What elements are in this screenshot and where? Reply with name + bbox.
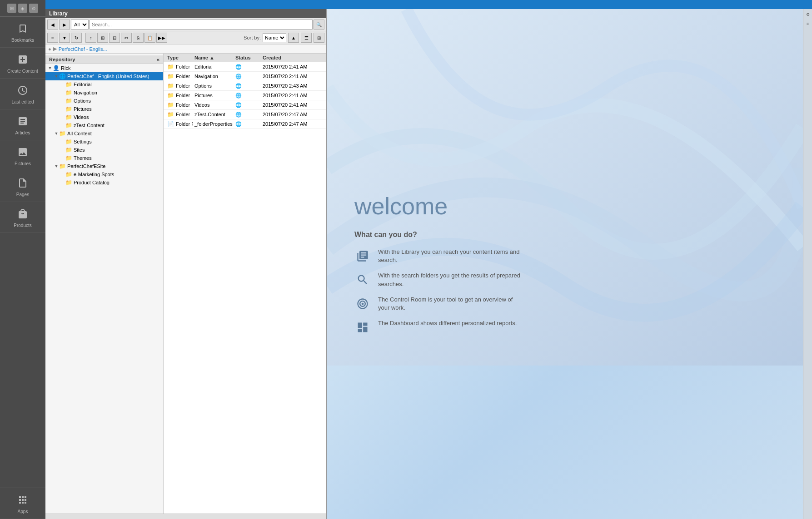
tree-item-perfectchef-esite[interactable]: ▼ 📁 PerfectChefESite	[45, 162, 163, 170]
filter-select[interactable]: All	[71, 20, 89, 30]
file-browser: Library ◀ ▶ All 🔍 ≡ ▼ ↻ ↑ ⊞ ⊟	[45, 9, 327, 519]
folder-icon-emarketing: 📁	[65, 171, 72, 178]
search-button[interactable]: 🔍	[314, 20, 324, 30]
expander-perfectchef: ▼	[54, 74, 59, 79]
sidebar-item-bookmarks-label: Bookmarks	[11, 38, 34, 43]
sidebar-item-articles[interactable]: Articles	[0, 109, 45, 140]
tree-item-product-catalog[interactable]: 📁 Product Catalog	[45, 178, 163, 187]
sidebar-item-bookmarks[interactable]: Bookmarks	[0, 17, 45, 48]
search-input[interactable]	[90, 20, 313, 30]
file-row-folderprops[interactable]: 📄Folder Pr _folderProperties 🌐 2015/07/2…	[164, 119, 326, 129]
file-row-options[interactable]: 📁Folder Options 🌐 2015/07/20 2:43 AM	[164, 81, 326, 91]
folder-type-icon-4: 📁	[167, 92, 174, 99]
back-button[interactable]: ◀	[47, 20, 58, 30]
tree-item-pictures-tree[interactable]: 📁 Pictures	[45, 105, 163, 113]
forward2-button[interactable]: ▶▶	[156, 33, 167, 43]
tree-item-ztest[interactable]: 📁 zTest-Content	[45, 121, 163, 129]
tree-label-navigation: Navigation	[74, 90, 97, 95]
sort-asc-button[interactable]: ▲	[288, 33, 299, 43]
tree-item-settings[interactable]: 📁 Settings	[45, 138, 163, 146]
welcome-items: With the Library you can reach your cont…	[354, 248, 523, 336]
tree-label-rick: Rick	[61, 65, 70, 71]
col-created: Created	[261, 55, 324, 60]
refresh-button[interactable]: ↻	[71, 33, 82, 43]
right-collapse-button[interactable]: ≡	[804, 20, 812, 27]
pages-icon	[15, 176, 30, 190]
logo-icon[interactable]: ◈	[18, 4, 27, 13]
right-sidebar: ⚙ ≡	[803, 9, 812, 519]
type-label-6: Folder	[176, 112, 190, 117]
type-label-7: Folder Pr	[176, 121, 193, 127]
menu-button[interactable]: ▼	[59, 33, 70, 43]
folder-icon-settings: 📁	[65, 138, 72, 145]
tree-item-sites[interactable]: 📁 Sites	[45, 146, 163, 154]
file-row-navigation[interactable]: 📁Folder Navigation 🌐 2015/07/20 2:41 AM	[164, 72, 326, 81]
tree-item-options[interactable]: 📁 Options	[45, 97, 163, 105]
sidebar-item-create-content[interactable]: Create Content	[0, 48, 45, 79]
tree-label-settings: Settings	[74, 139, 92, 144]
tree-header: Repository «	[45, 55, 163, 64]
status-icon-editorial: 🌐	[235, 64, 242, 70]
view-list-button[interactable]: ≡	[47, 33, 58, 43]
expander-all-content: ▼	[54, 131, 59, 136]
type-label-3: Folder	[176, 83, 190, 89]
welcome-text-search: With the search folders you get the resu…	[378, 272, 523, 288]
created-options: 2015/07/20 2:43 AM	[261, 83, 324, 89]
expander-rick: ▼	[47, 66, 53, 70]
folder-icon-ztest: 📁	[65, 122, 72, 129]
created-folderprops: 2015/07/20 2:47 AM	[261, 121, 324, 127]
tree-item-videos[interactable]: 📁 Videos	[45, 113, 163, 121]
tree-item-all-content[interactable]: ▼ 📁 All Content	[45, 129, 163, 138]
up-button[interactable]: ↑	[85, 33, 96, 43]
folder-type-icon-5: 📁	[167, 102, 174, 108]
tree-label-esite: PerfectChefESite	[67, 163, 105, 169]
bottom-scrollbar[interactable]	[45, 514, 326, 519]
file-row-pictures[interactable]: 📁Folder Pictures 🌐 2015/07/20 2:41 AM	[164, 91, 326, 100]
cut-button[interactable]: ✂	[121, 33, 132, 43]
collapse-button[interactable]: ⊟	[109, 33, 120, 43]
sidebar-item-pictures[interactable]: Pictures	[0, 140, 45, 171]
folder-icon-videos: 📁	[65, 114, 72, 120]
breadcrumb-arrow: ▶	[53, 46, 57, 52]
tree-item-perfectchef[interactable]: ▼ 🌐 PerfectChef - English (United States…	[45, 72, 163, 80]
file-row-editorial[interactable]: 📁Folder Editorial 🌐 2015/07/20 2:41 AM	[164, 62, 326, 72]
sidebar-item-articles-label: Articles	[15, 130, 30, 135]
sidebar-item-last-edited[interactable]: Last edited	[0, 79, 45, 109]
target-icon[interactable]: ⊙	[29, 4, 38, 13]
sidebar-item-pages[interactable]: Pages	[0, 171, 45, 202]
view-grid-button[interactable]: ⊞	[314, 33, 324, 43]
type-label-4: Folder	[176, 93, 190, 98]
tree-item-rick[interactable]: ▼ 👤 Rick	[45, 64, 163, 72]
status-icon-pictures: 🌐	[235, 93, 242, 99]
paste-button[interactable]: 📋	[144, 33, 155, 43]
folder-icon-options: 📁	[65, 98, 72, 104]
created-editorial: 2015/07/20 2:41 AM	[261, 64, 324, 70]
tree-item-themes[interactable]: 📁 Themes	[45, 154, 163, 162]
bookmark-icon	[15, 21, 30, 36]
tree-collapse-btn[interactable]: «	[157, 57, 159, 62]
expand-button[interactable]: ⊞	[97, 33, 108, 43]
welcome-item-dashboard: The Dashboard shows different personaliz…	[354, 319, 523, 336]
sort-label: Sort by:	[244, 35, 261, 40]
sort-select[interactable]: Name	[263, 33, 286, 42]
forward-button[interactable]: ▶	[59, 20, 70, 30]
tree-item-navigation[interactable]: 📁 Navigation	[45, 89, 163, 97]
sidebar-item-apps[interactable]: Apps	[0, 488, 45, 519]
tree-item-emarketing[interactable]: 📁 e-Marketing Spots	[45, 170, 163, 178]
file-row-ztest[interactable]: 📁Folder zTest-Content 🌐 2015/07/20 2:47 …	[164, 110, 326, 119]
breadcrumb[interactable]: PerfectChef - Englis...	[59, 46, 107, 52]
sort-bar: Sort by: Name ▲ ☰ ⊞	[244, 33, 324, 43]
sidebar-item-products[interactable]: Products	[0, 202, 45, 233]
file-row-videos[interactable]: 📁Folder Videos 🌐 2015/07/20 2:41 AM	[164, 100, 326, 110]
tree-item-editorial[interactable]: 📁 Editorial	[45, 80, 163, 89]
copy-button[interactable]: ⎘	[133, 33, 144, 43]
right-settings-button[interactable]: ⚙	[804, 11, 812, 18]
sidebar-item-products-label: Products	[14, 223, 31, 228]
grid-icon[interactable]: ⊞	[7, 4, 16, 13]
folder-icon-esite: 📁	[59, 163, 66, 169]
folder-type-icon-2: 📁	[167, 73, 174, 79]
created-ztest: 2015/07/20 2:47 AM	[261, 111, 324, 118]
view-detail-button[interactable]: ☰	[301, 33, 312, 43]
col-name[interactable]: Name ▲	[193, 55, 234, 60]
created-navigation: 2015/07/20 2:41 AM	[261, 73, 324, 79]
